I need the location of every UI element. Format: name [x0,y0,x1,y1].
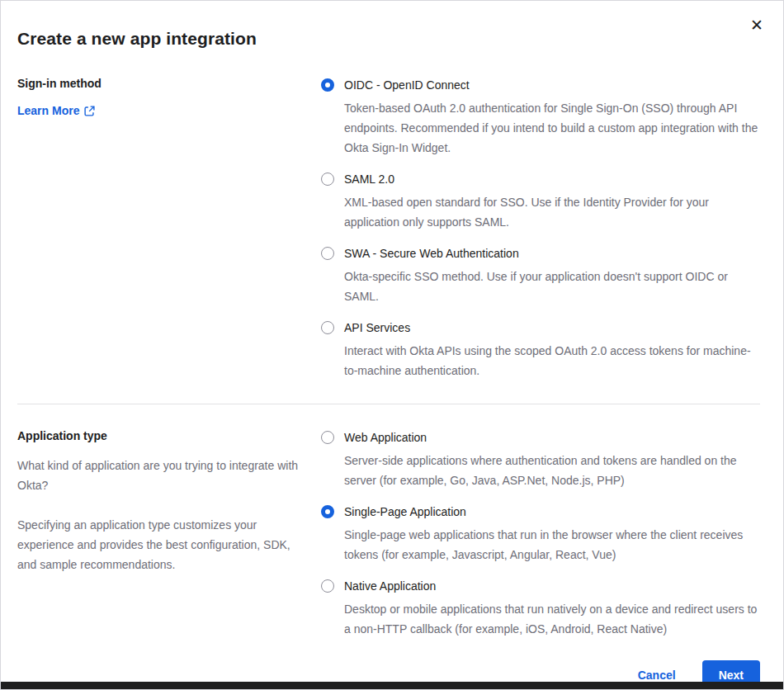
radio-option-label: SWA - Secure Web Authentication [344,245,760,262]
radio-option-label: Web Application [344,429,760,446]
option-text: SWA - Secure Web Authentication Okta-spe… [344,245,760,306]
radio-icon-swa[interactable] [321,247,334,260]
application-type-paragraph-2: Specifying an application type customize… [17,515,301,574]
option-text: Native Application Desktop or mobile app… [344,578,760,639]
cancel-button[interactable]: Cancel [638,669,676,682]
page-background-strip [1,682,783,689]
learn-more-link[interactable]: Learn More [17,104,95,117]
application-type-label: Application type [17,429,301,442]
close-icon[interactable]: ✕ [745,12,768,38]
section-divider [17,404,760,404]
radio-option-web-application[interactable]: Web Application Server-side applications… [321,429,760,490]
radio-option-oidc[interactable]: OIDC - OpenID Connect Token-based OAuth … [321,77,760,158]
radio-option-api-services[interactable]: API Services Interact with Okta APIs usi… [321,319,760,380]
radio-icon-single-page-application[interactable] [321,505,334,518]
radio-icon-web-application[interactable] [321,431,334,444]
external-link-icon [84,106,95,116]
radio-option-swa[interactable]: SWA - Secure Web Authentication Okta-spe… [321,245,760,306]
radio-option-description: Desktop or mobile applications that run … [344,599,760,639]
radio-option-native-application[interactable]: Native Application Desktop or mobile app… [321,578,760,639]
application-type-left-column: Application type What kind of applicatio… [17,429,321,594]
application-type-paragraph-1: What kind of application are you trying … [17,456,301,495]
radio-option-label: SAML 2.0 [344,171,760,187]
radio-option-description: Server-side applications where authentic… [344,451,760,490]
radio-icon-saml[interactable] [321,172,334,186]
sign-in-method-options: OIDC - OpenID Connect Token-based OAuth … [321,77,760,380]
radio-icon-oidc[interactable] [321,78,334,92]
modal-header: Create a new app integration ✕ [17,16,760,49]
application-type-options: Web Application Server-side applications… [321,429,760,639]
radio-option-description: Token-based OAuth 2.0 authentication for… [344,98,760,158]
sign-in-method-left-column: Sign-in method Learn More [17,77,321,118]
radio-option-label: Native Application [344,578,760,594]
radio-option-description: Interact with Okta APIs using the scoped… [344,341,760,380]
radio-option-description: XML-based open standard for SSO. Use if … [344,192,760,232]
modal-content: Create a new app integration ✕ Sign-in m… [1,1,783,690]
option-text: Web Application Server-side applications… [344,429,760,490]
radio-icon-api-services[interactable] [321,321,334,334]
radio-option-single-page-application[interactable]: Single-Page Application Single-page web … [321,503,760,565]
option-text: Single-Page Application Single-page web … [344,503,760,565]
sign-in-method-label: Sign-in method [17,77,301,90]
radio-option-description: Okta-specific SSO method. Use if your ap… [344,267,760,306]
page-title: Create a new app integration [17,29,760,49]
radio-option-label: Single-Page Application [344,503,760,520]
radio-option-label: OIDC - OpenID Connect [344,77,760,93]
radio-icon-native-application[interactable] [321,579,334,593]
sign-in-method-section: Sign-in method Learn More [17,77,760,380]
radio-option-saml[interactable]: SAML 2.0 XML-based open standard for SSO… [321,171,760,232]
option-text: API Services Interact with Okta APIs usi… [344,319,760,380]
app-integration-dialog: Create a new app integration ✕ Sign-in m… [0,0,784,690]
option-text: SAML 2.0 XML-based open standard for SSO… [344,171,760,232]
radio-option-label: API Services [344,319,760,336]
option-text: OIDC - OpenID Connect Token-based OAuth … [344,77,760,158]
radio-option-description: Single-page web applications that run in… [344,525,760,565]
learn-more-label: Learn More [17,104,79,117]
application-type-section: Application type What kind of applicatio… [17,429,760,639]
